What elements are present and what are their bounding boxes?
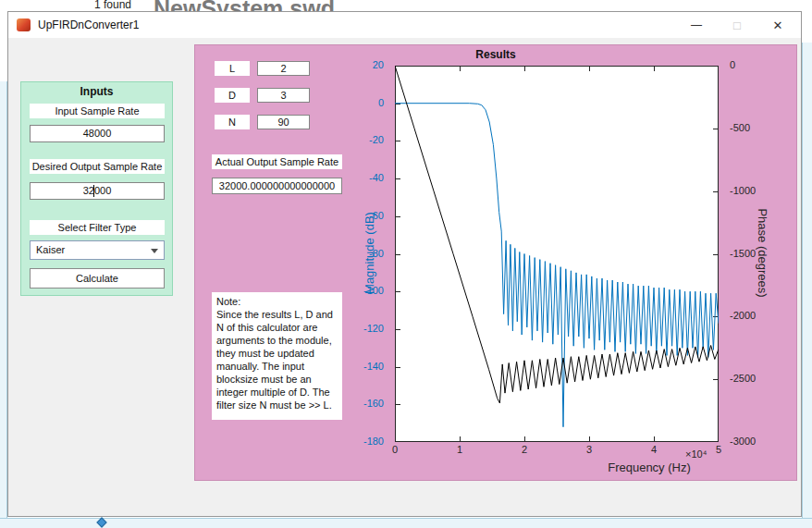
background-right-panel-edge xyxy=(802,43,812,518)
series-phase xyxy=(395,66,719,403)
plot-canvas xyxy=(395,66,719,442)
tick-label: -180 xyxy=(347,436,384,447)
input-sample-rate-field[interactable]: 48000 xyxy=(30,125,165,142)
output-sample-rate-field[interactable]: 32000 xyxy=(30,182,165,200)
maximize-button[interactable]: □ xyxy=(717,12,757,38)
minimize-button[interactable]: — xyxy=(676,12,717,38)
output-sample-rate-value: 32000 xyxy=(83,185,112,196)
inputs-panel-title: Inputs xyxy=(21,85,172,98)
tick-label: -2000 xyxy=(730,310,756,321)
results-panel-title: Results xyxy=(195,48,796,61)
note-text: Note: Since the results L, D and N of th… xyxy=(212,292,342,420)
result-n-value[interactable]: 90 xyxy=(257,115,310,129)
tick-label: -20 xyxy=(347,134,384,145)
background-left-panel-edge xyxy=(0,81,7,518)
x-axis-multiplier: ×10⁴ xyxy=(685,448,726,460)
tick-label: 2 xyxy=(513,444,535,455)
close-button[interactable]: ✕ xyxy=(757,12,798,38)
frequency-axis-label: Frequency (Hz) xyxy=(557,460,742,474)
filter-type-selected-value: Kaiser xyxy=(36,244,65,255)
tick-label: 3 xyxy=(578,444,600,455)
tick-label: -3000 xyxy=(730,436,756,447)
tick-label: 4 xyxy=(643,444,665,455)
tick-label: 20 xyxy=(347,59,384,70)
window-title: UpFIRDnConverter1 xyxy=(38,18,139,31)
tick-label: -140 xyxy=(347,361,384,372)
tick-label: -1500 xyxy=(730,248,756,259)
input-sample-rate-value: 48000 xyxy=(83,128,112,139)
tick-label: -500 xyxy=(730,122,750,133)
chevron-down-icon xyxy=(151,249,158,253)
inputs-panel: Inputs Input Sample Rate 48000 Desired O… xyxy=(20,81,173,296)
magnitude-axis-label: Magnitude (dB) xyxy=(363,161,376,346)
text-caret xyxy=(93,185,94,197)
series-magnitude xyxy=(395,104,719,427)
tick-label: 0 xyxy=(384,444,406,455)
result-d-value[interactable]: 3 xyxy=(257,88,310,103)
actual-rate-field[interactable]: 32000.000000000000000 xyxy=(212,178,342,194)
phase-axis-label: Phase (degrees) xyxy=(756,161,769,346)
tick-label: 0 xyxy=(347,97,384,108)
output-sample-rate-label: Desired Output Sample Rate xyxy=(30,159,165,174)
tick-label: 1 xyxy=(449,444,471,455)
tick-label: -2500 xyxy=(730,373,756,384)
result-l-label: L xyxy=(215,61,250,76)
result-n-label: N xyxy=(215,115,250,129)
filter-type-select[interactable]: Kaiser xyxy=(30,240,165,260)
result-d-label: D xyxy=(215,88,250,103)
filter-type-label: Select Filter Type xyxy=(30,220,165,235)
result-l-value[interactable]: 2 xyxy=(257,61,310,76)
tick-label: -1000 xyxy=(730,185,756,196)
actual-rate-label: Actual Output Sample Rate xyxy=(212,154,342,169)
titlebar[interactable]: UpFIRDnConverter1 — □ ✕ xyxy=(8,12,801,38)
matlab-app-icon xyxy=(17,18,31,31)
tick-label: 0 xyxy=(730,59,735,70)
results-panel: Results L 2 D 3 N 90 Actual Output Sampl… xyxy=(194,44,797,481)
screen: 1 found NewSystem.swd UpFIRDnConverter1 … xyxy=(0,0,812,528)
background-bottom-panel-edge xyxy=(0,518,812,528)
axis-ticks-frequency: 012345 xyxy=(395,444,719,457)
input-sample-rate-label: Input Sample Rate xyxy=(30,104,165,118)
tick-label: -160 xyxy=(347,398,384,409)
calculate-button[interactable]: Calculate xyxy=(30,268,165,289)
